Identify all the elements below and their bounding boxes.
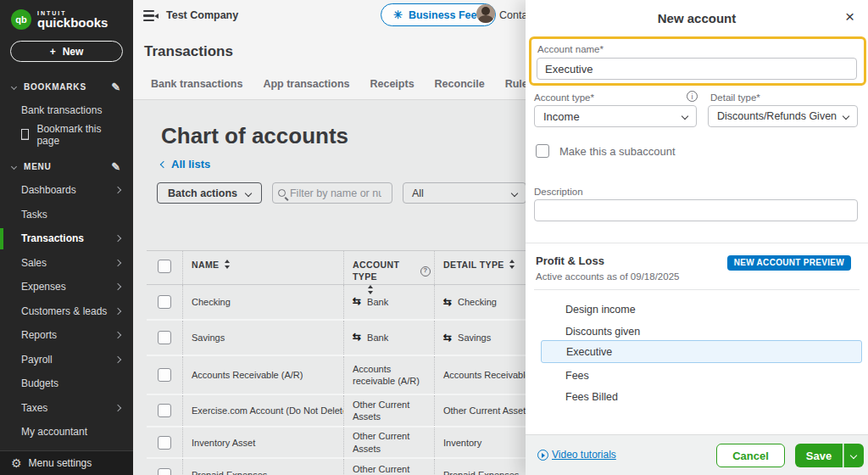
edit-bookmarks-icon[interactable]: ✎ [111,81,121,93]
close-icon[interactable]: × [845,8,854,25]
type-filter-dropdown[interactable]: All [403,182,526,204]
chevron-left-icon [160,160,167,167]
save-options-button[interactable] [843,444,864,467]
tab-bank-transactions[interactable]: Bank transactions [151,78,242,98]
bookmarks-section-header[interactable]: BOOKMARKS ✎ [0,81,133,93]
chevron-right-icon [114,405,121,411]
row-checkbox[interactable] [158,295,171,309]
company-name[interactable]: Test Company [166,9,238,21]
detail-type-cell: Checking [458,297,497,307]
sidebar-item-dashboards[interactable]: Dashboards [0,178,133,203]
account-type-cell: Other Current Assets [343,428,434,457]
divider [534,289,860,290]
divider [526,243,868,243]
sidebar-item-my-accountant[interactable]: My accountant [0,420,133,444]
description-label: Description [534,187,583,197]
select-all-checkbox[interactable] [158,260,171,273]
drawer-footer: Video tutorials Cancel Save [526,434,868,475]
quickbooks-logo: qb INTUIT quickbooks [0,0,133,30]
app-window: qb INTUIT quickbooks + New BOOKMARKS ✎ B… [0,0,868,475]
detail-type-value: Discounts/Refunds Given [717,110,837,122]
filter-search-box [272,182,392,204]
filter-input[interactable] [290,187,381,199]
sidebar-item-expenses[interactable]: Expenses [0,275,133,299]
row-checkbox[interactable] [158,368,171,382]
type-filter-value: All [412,187,424,199]
sidebar-menu: Dashboards Tasks Transactions Sales Expe… [0,178,133,468]
detail-type-dropdown[interactable]: Discounts/Refunds Given [708,105,858,127]
play-icon [537,450,548,461]
sidebar-item-tasks[interactable]: Tasks [0,203,133,227]
subaccount-checkbox[interactable] [536,144,549,158]
description-field[interactable] [534,199,858,221]
collapse-sidebar-icon[interactable] [143,10,159,21]
menu-item-label: Customers & leads [21,305,107,317]
preview-report-title: Profit & Loss [536,254,604,267]
chevron-right-icon [114,283,121,290]
row-checkbox[interactable] [158,468,171,475]
help-icon[interactable]: ? [420,266,431,277]
account-type-cell: Bank [367,332,388,344]
detail-type-label: Detail type* [710,92,760,103]
new-button-label: New [63,46,84,58]
account-name-cell: Savings [182,321,343,355]
menu-item-label: Transactions [21,232,84,244]
menu-item-label: Sales [21,257,47,269]
quickbooks-wordmark: quickbooks [37,16,108,29]
bookmark-item-label: Bank transactions [21,104,102,116]
plus-icon: + [50,46,56,58]
chevron-right-icon [114,187,121,193]
column-header-name[interactable]: NAME [182,251,343,284]
chevron-right-icon [114,332,121,338]
sidebar-item-reports[interactable]: Reports [0,323,133,348]
sidebar-item-taxes[interactable]: Taxes [0,396,133,421]
sidebar-item-transactions[interactable]: Transactions [0,226,133,251]
cancel-button[interactable]: Cancel [716,444,785,467]
edit-menu-icon[interactable]: ✎ [111,160,121,173]
tab-app-transactions[interactable]: App transactions [263,78,349,98]
column-header-account-type[interactable]: ACCOUNT TYPE ? [343,251,434,284]
account-name-cell: Checking [182,285,343,319]
save-button[interactable]: Save [795,444,843,467]
coa-heading: Chart of accounts [161,123,348,149]
account-type-dropdown[interactable]: Income [534,105,697,127]
batch-actions-button[interactable]: Batch actions [157,182,262,204]
bank-linked-icon: ⇆ [443,332,452,344]
sidebar-item-payroll[interactable]: Payroll [0,348,133,372]
row-checkbox[interactable] [158,404,171,417]
gear-icon: ⚙ [11,457,22,469]
account-name-label: Account name* [537,44,604,54]
tab-receipts[interactable]: Receipts [370,78,414,98]
sidebar-item-customers-leads[interactable]: Customers & leads [0,299,133,324]
profile-label[interactable]: Conta [499,9,527,21]
new-button[interactable]: + New [10,41,123,62]
profile-avatar[interactable] [476,4,495,23]
sidebar-item-budgets[interactable]: Budgets [0,372,133,396]
sidebar-item-sales[interactable]: Sales [0,251,133,276]
account-name-field[interactable] [537,58,857,80]
preview-account-item: Fees [565,370,589,382]
menu-item-label: Expenses [21,281,66,293]
bookmark-icon [21,129,29,140]
chevron-right-icon [114,308,121,315]
sidebar-item-bookmark-this-page[interactable]: Bookmark this page [0,123,133,148]
menu-section-header[interactable]: MENU ✎ [0,160,133,173]
account-type-header-label: ACCOUNT TYPE [353,260,416,282]
sidebar-item-bank-transactions-bookmark[interactable]: Bank transactions [0,98,133,123]
chevron-down-icon [11,164,17,170]
video-tutorials-label: Video tutorials [552,449,616,461]
all-lists-link[interactable]: All lists [161,158,210,170]
video-tutorials-link[interactable]: Video tutorials [537,449,616,461]
account-type-cell: Accounts receivable (A/R) [343,356,434,394]
menu-settings-button[interactable]: ⚙ Menu settings [0,450,133,475]
sparkle-icon: ✳ [393,9,403,20]
tab-reconcile[interactable]: Reconcile [435,78,485,98]
row-checkbox[interactable] [158,436,171,450]
detail-type-header-label: DETAIL TYPE [443,260,504,270]
info-icon[interactable]: i [687,91,698,102]
bank-linked-icon: ⇆ [443,296,452,308]
menu-item-label: Tasks [21,209,47,221]
new-account-drawer: New account × Account name* Account type… [526,0,868,475]
row-checkbox[interactable] [158,331,171,344]
subaccount-label: Make this a subaccount [559,145,676,158]
